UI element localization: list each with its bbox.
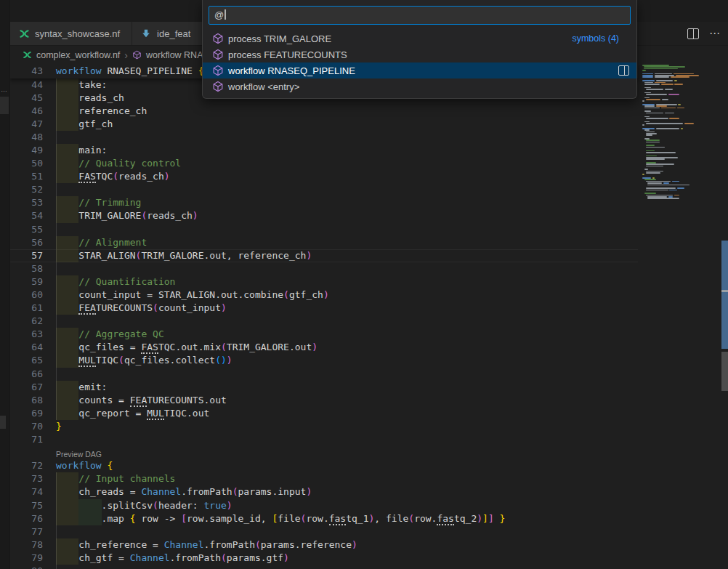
minimap-line xyxy=(669,118,679,119)
minimap-line xyxy=(646,190,668,191)
code-line[interactable]: 65 MULTIQC(qc_files.collect()) xyxy=(10,354,638,367)
code-line[interactable]: 51 FASTQC(reads_ch) xyxy=(10,170,638,183)
code-lines[interactable]: 44 take:45 reads_ch46 reference_ch47 gtf… xyxy=(10,78,638,569)
code-line[interactable]: 68 counts = FEATURECOUNTS.out xyxy=(10,394,638,407)
code-line[interactable]: 80 xyxy=(10,565,638,569)
more-actions-icon[interactable]: ⋯ xyxy=(709,30,721,37)
code-token: ch_reference = xyxy=(56,539,164,550)
codelens-preview-dag[interactable]: Preview DAG xyxy=(56,446,102,459)
minimap-line xyxy=(646,145,655,146)
code-token: .map xyxy=(56,513,130,524)
code-line[interactable]: 73 // Input channels xyxy=(10,472,638,485)
code-token xyxy=(494,513,500,524)
line-content: } xyxy=(56,420,638,433)
scrollbar[interactable] xyxy=(721,65,728,569)
code-token: RNASEQ_PIPELINE xyxy=(102,65,198,76)
line-number: 57 xyxy=(10,249,56,262)
minimap-line xyxy=(677,108,684,109)
minimap-line xyxy=(644,87,651,89)
code-token: .out xyxy=(187,408,209,419)
code-editor[interactable]: 43workflow RNASEQ_PIPELINE { 44 take:45 … xyxy=(10,65,728,569)
line-content: counts = FEATURECOUNTS.out xyxy=(56,394,638,407)
code-line[interactable]: 71 xyxy=(10,433,638,446)
split-editor-icon[interactable] xyxy=(687,28,699,39)
code-line[interactable]: 76 .map { row -> [row.sample_id, [file(r… xyxy=(10,512,638,525)
open-to-side-icon[interactable] xyxy=(618,65,629,76)
code-line[interactable]: 59 // Quantification xyxy=(10,275,638,288)
code-token: , file xyxy=(374,513,408,524)
code-token: .out xyxy=(204,395,227,405)
line-content: // Alignment xyxy=(56,236,638,249)
code-line[interactable]: 63 // Aggregate QC xyxy=(10,328,638,341)
code-line[interactable]: 60 count_input = STAR_ALIGN.out.combine(… xyxy=(10,288,638,302)
line-content xyxy=(56,131,638,144)
code-line[interactable]: 77 xyxy=(10,525,638,538)
code-token: ( xyxy=(408,513,414,524)
code-line[interactable]: 54 TRIM_GALORE(reads_ch) xyxy=(10,209,638,222)
code-line[interactable]: 61 FEATURECOUNTS(count_input) xyxy=(10,302,638,315)
code-line[interactable]: 78 ch_reference = Channel.fromPath(param… xyxy=(10,538,638,552)
code-token: ) xyxy=(352,539,357,550)
line-content: FASTQC(reads_ch) xyxy=(56,170,638,183)
quick-pick-item[interactable]: workflow <entry> xyxy=(203,78,636,94)
code-line[interactable]: 69 qc_report = MULTIQC.out xyxy=(10,407,638,420)
minimap[interactable] xyxy=(638,65,721,569)
code-line[interactable]: 46 reference_ch xyxy=(10,105,638,118)
line-content: count_input = STAR_ALIGN.out.combine(gtf… xyxy=(56,288,638,302)
code-line[interactable]: 56 // Alignment xyxy=(10,236,638,249)
codelens-row: Preview DAG xyxy=(10,446,638,459)
code-line[interactable]: 47 gtf_ch xyxy=(10,118,638,131)
indent-guide xyxy=(56,262,57,275)
quick-input[interactable]: @ xyxy=(209,6,631,25)
line-number: 56 xyxy=(10,236,56,249)
code-token: ] xyxy=(488,513,494,524)
code-line[interactable]: 67 emit: xyxy=(10,381,638,394)
tab-ide-features[interactable]: ide_feat xyxy=(132,22,202,45)
code-line[interactable]: 75 .splitCsv(header: true) xyxy=(10,499,638,512)
code-line[interactable]: 70} xyxy=(10,420,638,433)
left-strip: … xyxy=(0,0,10,569)
quick-pick-item[interactable]: process TRIM_GALOREsymbols (4) xyxy=(203,31,636,47)
code-token: ( xyxy=(153,500,158,511)
quick-pick-item[interactable]: workflow RNASEQ_PIPELINE xyxy=(203,62,636,78)
code-line[interactable]: 58 xyxy=(10,262,638,275)
code-token: .fromPath xyxy=(181,486,232,497)
code-token: TRIM_GALORE xyxy=(56,210,141,221)
code-token: emit: xyxy=(56,382,107,392)
code-token: row. xyxy=(306,513,328,524)
minimap-line xyxy=(644,169,648,170)
overflow-dots-icon: … xyxy=(1,86,8,93)
minimap-line xyxy=(646,134,652,136)
code-line[interactable]: 48 xyxy=(10,131,638,144)
line-number: 73 xyxy=(10,472,56,485)
minimap-line xyxy=(646,89,663,90)
line-number: 66 xyxy=(10,368,56,381)
minimap-line xyxy=(646,94,667,95)
code-line[interactable]: 62 xyxy=(10,315,638,328)
code-line[interactable]: 79 ch_gtf = Channel.fromPath(params.gtf) xyxy=(10,552,638,565)
code-line[interactable]: 57 STAR_ALIGN(TRIM_GALORE.out, reference… xyxy=(10,249,638,262)
code-line[interactable]: 72workflow { xyxy=(10,459,638,472)
quick-pick-item-label: workflow RNASEQ_PIPELINE xyxy=(228,65,355,76)
quick-pick-item[interactable]: process FEATURECOUNTS xyxy=(203,47,636,62)
code-line[interactable]: 64 qc_files = FASTQC.out.mix(TRIM_GALORE… xyxy=(10,341,638,354)
line-number: 80 xyxy=(10,565,56,569)
breadcrumb-file[interactable]: complex_workflow.nf xyxy=(36,50,120,60)
code-line[interactable]: 66 xyxy=(10,368,638,381)
minimap-line xyxy=(646,187,676,189)
code-token: ch_gtf = xyxy=(56,552,130,563)
line-content: workflow { xyxy=(56,459,638,472)
code-line[interactable]: 52 xyxy=(10,183,638,196)
nextflow-icon xyxy=(19,28,30,39)
line-content: // Quantification xyxy=(56,275,638,288)
left-strip-widget xyxy=(0,97,9,114)
code-line[interactable]: 74 ch_reads = Channel.fromPath(params.in… xyxy=(10,485,638,499)
code-line[interactable]: 55 xyxy=(10,223,638,236)
line-number: 71 xyxy=(10,433,56,446)
code-token: Channel xyxy=(130,552,170,563)
tab-syntax-showcase[interactable]: syntax_showcase.nf xyxy=(10,22,132,45)
code-line[interactable]: 49 main: xyxy=(10,144,638,157)
code-line[interactable]: 50 // Quality control xyxy=(10,157,638,170)
line-number: 50 xyxy=(10,157,56,170)
code-line[interactable]: 53 // Trimming xyxy=(10,196,638,209)
